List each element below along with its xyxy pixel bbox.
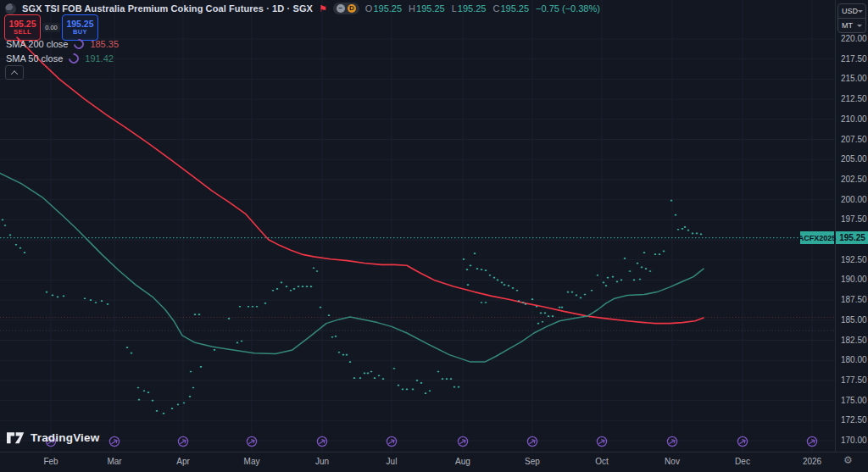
unit-label: MT (842, 21, 853, 30)
indicator-name: SMA 50 close (6, 53, 63, 64)
chevron-up-icon (11, 70, 18, 77)
currency-label: USD (842, 7, 858, 15)
gear-icon[interactable]: ⚙ (843, 454, 853, 466)
contract-jump-icon[interactable] (526, 436, 538, 447)
tradingview-chart-window: ACFX2025 SGX TSI FOB Australia Premium C… (0, 0, 868, 472)
spread-value: 0.00 (42, 23, 60, 32)
tradingview-logo-text: TradingView (31, 431, 99, 444)
chevron-down-icon (858, 10, 863, 13)
contract-price-flag: ACFX2025 (800, 231, 834, 244)
tradingview-logo-icon (7, 432, 25, 444)
close-label: C (492, 3, 499, 14)
time-axis[interactable]: FebMarAprMayJunJulAugSepOctNovDec2026 (0, 452, 868, 472)
price-axis-label: 192.50 (841, 255, 867, 264)
contract-jump-icon[interactable] (806, 436, 818, 447)
symbol-title[interactable]: SGX TSI FOB Australia Premium Coking Coa… (22, 3, 313, 14)
contract-jump-icon[interactable] (737, 436, 748, 447)
price-axis-label: 217.50 (841, 54, 867, 64)
time-axis-label: Aug (455, 457, 470, 466)
price-axis-label: 177.50 (841, 375, 867, 385)
high-value: 195.25 (416, 3, 445, 14)
indicator-value: 191.42 (85, 53, 114, 64)
time-axis-label: Mar (107, 457, 121, 466)
instrument-logo-icon (5, 3, 16, 14)
change-value: −0.75 (−0.38%) (536, 3, 600, 14)
time-axis-label: Jun (315, 457, 329, 466)
time-axis-label: Nov (665, 457, 680, 466)
scale-unit-selector: USD MT (837, 3, 866, 33)
contract-jump-icon[interactable] (596, 436, 608, 447)
price-axis-label: 180.00 (841, 355, 867, 364)
loading-spinner-icon (72, 36, 86, 51)
close-value: 195.25 (500, 3, 529, 14)
sell-label: SELL (14, 29, 31, 36)
time-axis-label: Oct (595, 457, 609, 466)
collapse-legend-button[interactable] (5, 65, 24, 80)
high-label: H (409, 3, 415, 14)
price-axis-label: 175.00 (841, 396, 867, 405)
open-label: O (365, 3, 373, 14)
price-axis-label: 172.50 (841, 415, 867, 425)
sma-200-close-line (17, 37, 704, 324)
contract-jump-icon[interactable] (386, 436, 398, 447)
tradingview-logo[interactable]: TradingView (7, 431, 99, 444)
price-axis-label: 190.00 (841, 275, 867, 284)
low-value: 195.25 (458, 3, 487, 14)
interval-badge[interactable]: D (348, 4, 356, 13)
contract-jump-icon[interactable] (246, 436, 258, 447)
contract-jump-icon[interactable] (177, 436, 189, 447)
grid-layer (0, 0, 835, 452)
indicator-legend: SMA 200 close 185.35 SMA 50 close 191.42 (6, 36, 119, 65)
time-axis-label: Feb (43, 457, 58, 466)
price-axis-label: 187.50 (841, 295, 867, 304)
time-axis-label: 2026 (803, 457, 821, 466)
price-axis[interactable]: USD MT 195.25 220.00217.50215.00212.5021… (835, 0, 868, 452)
loading-spinner-icon (67, 51, 81, 65)
indicator-row-sma200[interactable]: SMA 200 close 185.35 (6, 36, 119, 51)
time-axis-label: Jul (387, 457, 398, 466)
unit-selector[interactable]: MT (838, 18, 865, 32)
time-axis-label: Apr (176, 457, 190, 466)
price-axis-label: 212.50 (841, 94, 867, 103)
indicator-value: 185.35 (90, 39, 119, 49)
price-axis-label: 215.00 (841, 74, 867, 83)
contract-jump-icon[interactable] (457, 436, 469, 447)
contract-jump-icon[interactable] (108, 436, 120, 447)
symbol-header: SGX TSI FOB Australia Premium Coking Coa… (5, 3, 600, 14)
price-axis-label: 182.50 (841, 336, 867, 345)
price-axis-label: 185.00 (841, 315, 867, 325)
price-axis-label: 220.00 (841, 34, 867, 43)
price-axis-label: 207.50 (841, 135, 867, 144)
low-label: L (452, 3, 457, 14)
open-value: 195.25 (373, 3, 402, 14)
compare-minus-icon[interactable]: − (337, 4, 345, 13)
chart-canvas (0, 0, 835, 452)
ohlc-values: O195.25 H195.25 L195.25 C195.25 −0.75 (−… (365, 3, 600, 14)
indicator-name: SMA 200 close (6, 39, 68, 49)
time-axis-label: Sep (525, 457, 540, 466)
last-price-axis-label: 195.25 (836, 231, 868, 244)
price-dots-series (2, 200, 702, 414)
price-axis-label: 202.50 (841, 175, 867, 184)
flag-icon[interactable]: ⚑ (319, 3, 327, 14)
price-axis-label: 205.00 (841, 154, 867, 164)
price-axis-label: 197.50 (841, 214, 867, 224)
sma-50-close-line (0, 173, 704, 362)
price-axis-label: 210.00 (841, 114, 867, 124)
contract-jump-icon[interactable] (666, 436, 678, 447)
price-axis-label: 200.00 (841, 195, 867, 204)
indicator-row-sma50[interactable]: SMA 50 close 191.42 (6, 51, 119, 65)
time-axis-label: Dec (735, 457, 750, 466)
symbol-quick-controls: − D (333, 3, 359, 14)
currency-selector[interactable]: USD (838, 4, 865, 18)
chevron-down-icon (857, 25, 862, 27)
price-axis-label: 170.00 (841, 436, 867, 445)
chart-plot-area[interactable]: ACFX2025 (0, 0, 835, 452)
buy-label: BUY (73, 29, 87, 36)
spread-box: 0.00 (41, 23, 62, 32)
contract-jump-icon[interactable] (316, 436, 328, 447)
time-axis-label: May (244, 457, 260, 466)
